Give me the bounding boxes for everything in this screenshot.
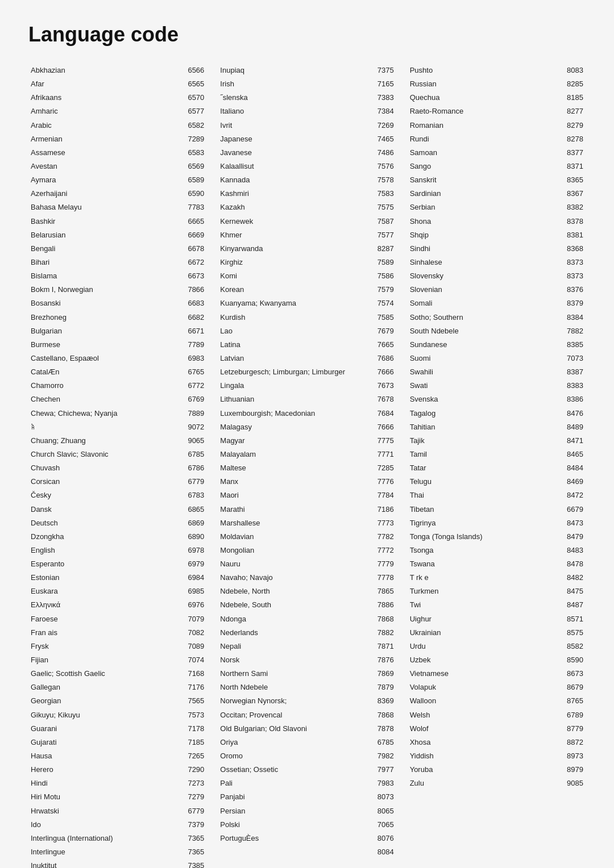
language-name: Tigrinya (410, 518, 567, 529)
language-code: 6583 (188, 147, 204, 158)
language-name: Hausa (31, 750, 188, 762)
language-name: Uighur (410, 614, 567, 625)
language-name: PortuguÈes (220, 833, 377, 844)
language-code: 7868 (377, 614, 394, 625)
language-name: Interlingua (International) (31, 833, 188, 844)
list-item: Castellano, Espaæol6983 (28, 352, 206, 365)
language-code: 7185 (188, 737, 204, 748)
language-code: 6789 (567, 710, 583, 721)
language-name: Northern Sami (220, 668, 377, 679)
language-name: Česky (31, 490, 188, 501)
language-name: Somali (410, 298, 567, 309)
list-item: Fijian7074 (28, 653, 206, 667)
language-code: 7587 (377, 216, 394, 227)
language-code: 7789 (188, 339, 204, 350)
language-code: 7673 (377, 380, 394, 391)
language-name: Old Bulgarian; Old Slavoni (220, 723, 377, 735)
list-item: Serbian8382 (408, 201, 586, 214)
language-code: 7079 (188, 614, 204, 625)
language-name: Tamil (410, 449, 567, 460)
language-code: 8382 (567, 202, 583, 213)
language-code: 7573 (188, 710, 204, 721)
language-code: 7868 (377, 710, 394, 721)
list-item: Euskara6985 (28, 585, 206, 598)
language-name: Sanskrit (410, 174, 567, 186)
language-code: 6672 (188, 257, 204, 268)
language-code: 8484 (567, 462, 583, 474)
list-item: Chuang; Zhuang9065 (28, 434, 206, 448)
list-item: Bengali6678 (28, 242, 206, 256)
list-item: Česky6783 (28, 489, 206, 502)
language-name: Volapuk (410, 682, 567, 693)
language-name: Romanian (410, 120, 567, 131)
list-item: Occitan; Provencal7868 (218, 708, 396, 722)
language-name: Thai (410, 490, 567, 501)
language-code: 8765 (567, 695, 583, 707)
language-code: 7578 (377, 174, 394, 186)
language-code: 7285 (377, 462, 394, 474)
list-item: Tahitian8489 (408, 420, 586, 434)
language-name: Wolof (410, 723, 567, 735)
language-name: Amharic (31, 106, 188, 117)
language-name: Deutsch (31, 518, 188, 529)
language-name: Bislama (31, 270, 188, 282)
language-code: 7279 (188, 791, 204, 803)
list-item: PortuguÈes8076 (218, 832, 396, 845)
language-name: Fran ais (31, 627, 188, 639)
language-name: Navaho; Navajo (220, 572, 377, 583)
list-item: Slovenian8376 (408, 283, 586, 297)
language-name: Latvian (220, 353, 377, 364)
language-code: 7889 (188, 408, 204, 419)
list-item: Vietnamese8673 (408, 667, 586, 681)
language-code: 7575 (377, 202, 394, 213)
language-code: 7775 (377, 435, 394, 446)
list-item: Wolof8779 (408, 722, 586, 736)
language-code: 8478 (567, 558, 583, 570)
language-name: Moldavian (220, 531, 377, 542)
language-name: Ελληνικά (31, 599, 188, 611)
list-item: Tamil8465 (408, 448, 586, 461)
list-item: Uighur8571 (408, 612, 586, 626)
language-code: 8185 (567, 92, 583, 103)
language-name: Gaelic; Scottish Gaelic (31, 668, 188, 679)
language-code: 8073 (377, 791, 394, 803)
list-item: Bihari6672 (28, 256, 206, 269)
language-name: Komi (220, 270, 377, 282)
language-name: Guarani (31, 723, 188, 735)
list-item: Bosanski6683 (28, 297, 206, 310)
language-name: Khmer (220, 229, 377, 241)
list-item: Armenian7289 (28, 132, 206, 146)
language-code: 6671 (188, 326, 204, 337)
language-name: Marathi (220, 504, 377, 515)
language-code: 6779 (188, 806, 204, 817)
language-code: 8381 (567, 229, 583, 241)
list-item: Sindhi8368 (408, 242, 586, 256)
language-name: Suomi (410, 353, 567, 364)
language-code: 7089 (188, 641, 204, 652)
list-item: Persian8065 (218, 804, 396, 818)
language-code: 6589 (188, 174, 204, 186)
language-code: 7982 (377, 750, 394, 762)
list-item: Aymara6589 (28, 173, 206, 187)
column-1: Abkhazian6566Afar6565Afrikaans6570Amhari… (28, 64, 206, 868)
list-item: Turkmen8475 (408, 585, 586, 598)
list-item: Herero7290 (28, 763, 206, 777)
list-item: Tonga (Tonga Islands)8479 (408, 530, 586, 544)
list-item: Lithuanian7678 (218, 393, 396, 406)
list-item: Bashkir6665 (28, 215, 206, 228)
list-item: Panjabi8073 (218, 790, 396, 804)
language-name: Rundi (410, 133, 567, 145)
language-code: 8489 (567, 422, 583, 433)
language-code: 6569 (188, 161, 204, 172)
language-code: 6683 (188, 298, 204, 309)
list-item: Magyar7775 (218, 434, 396, 448)
language-code: 7871 (377, 641, 394, 652)
language-code: 6565 (188, 78, 204, 90)
language-code: 8575 (567, 627, 583, 639)
list-item: English6978 (28, 544, 206, 557)
language-name: Shona (410, 216, 567, 227)
language-name: Kirghiz (220, 257, 377, 268)
language-code: 8365 (567, 174, 583, 186)
language-code: 7178 (188, 723, 204, 735)
list-item: Faroese7079 (28, 612, 206, 626)
